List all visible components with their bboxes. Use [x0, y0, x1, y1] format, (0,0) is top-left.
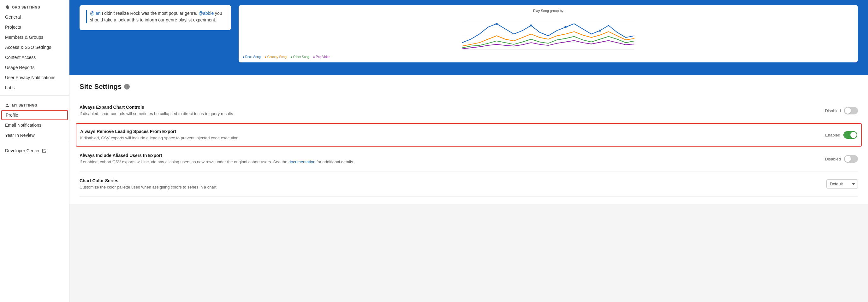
info-icon[interactable]: i: [124, 84, 130, 90]
chart-card: Play Song group by: [239, 5, 858, 62]
hero-section: @Ian I didn't realize Rock was the most …: [69, 0, 868, 75]
setting-control-remove-spaces: Enabled: [825, 131, 857, 139]
setting-title-remove-spaces: Always Remove Leading Spaces From Export: [80, 129, 815, 134]
setting-status-aliased-users: Disabled: [825, 157, 841, 161]
sidebar-item-members-groups[interactable]: Members & Groups: [0, 32, 69, 42]
setting-row-remove-spaces: Always Remove Leading Spaces From Export…: [76, 123, 862, 146]
sidebar-divider-2: [0, 143, 69, 143]
chat-message: @Ian I didn't realize Rock was the most …: [86, 10, 225, 23]
sidebar-item-labs[interactable]: Labs: [0, 82, 69, 93]
setting-desc-remove-spaces: If disabled, CSV exports will include a …: [80, 135, 815, 141]
developer-center-link[interactable]: Developer Center: [0, 146, 69, 156]
mention-ian: @Ian: [90, 11, 101, 16]
setting-control-chart-color: Default Custom Classic: [826, 179, 858, 189]
person-icon: [5, 103, 9, 107]
my-settings-header: MY SETTINGS: [0, 98, 69, 110]
setting-title-chart-color: Chart Color Series: [80, 178, 816, 183]
toggle-remove-spaces[interactable]: [843, 131, 857, 139]
main-content: @Ian I didn't realize Rock was the most …: [69, 0, 868, 302]
settings-section: Site Settings i Always Expand Chart Cont…: [69, 75, 868, 204]
svg-point-8: [599, 30, 601, 32]
toggle-knob-expand-chart: [845, 107, 851, 114]
mention-abbie: @abbie: [198, 11, 214, 16]
sidebar: ORG SETTINGS General Projects Members & …: [0, 0, 69, 302]
setting-status-remove-spaces: Enabled: [825, 133, 840, 137]
gear-icon: [5, 5, 9, 9]
setting-row-aliased-users: Always Include Aliased Users In Export I…: [80, 146, 858, 171]
svg-point-6: [530, 24, 532, 27]
setting-info-expand-chart: Always Expand Chart Controls If disabled…: [80, 105, 825, 116]
chat-card: @Ian I didn't realize Rock was the most …: [80, 5, 231, 30]
setting-title-aliased-users: Always Include Aliased Users In Export: [80, 153, 815, 158]
sidebar-item-profile[interactable]: Profile: [1, 110, 68, 120]
chat-text-1: I didn't realize Rock was the most popul…: [101, 11, 198, 16]
sidebar-divider-1: [0, 95, 69, 96]
toggle-knob-remove-spaces: [850, 132, 857, 138]
page-title: Site Settings i: [80, 82, 858, 91]
org-settings-header: ORG SETTINGS: [0, 0, 69, 12]
sidebar-item-email-notifications[interactable]: Email Notifications: [0, 120, 69, 130]
sidebar-item-access-sso[interactable]: Access & SSO Settings: [0, 42, 69, 52]
documentation-link[interactable]: documentation: [288, 160, 315, 164]
sidebar-item-year-in-review[interactable]: Year In Review: [0, 130, 69, 140]
toggle-knob-aliased-users: [845, 156, 851, 162]
setting-control-expand-chart: Disabled: [825, 107, 858, 114]
setting-desc-chart-color: Customize the color pallette used when a…: [80, 184, 816, 190]
setting-title-expand-chart: Always Expand Chart Controls: [80, 105, 815, 110]
setting-control-aliased-users: Disabled: [825, 155, 858, 163]
chart-svg: [242, 15, 854, 53]
sidebar-item-content-access[interactable]: Content Access: [0, 52, 69, 62]
toggle-expand-chart[interactable]: [844, 107, 858, 114]
setting-row-expand-chart: Always Expand Chart Controls If disabled…: [80, 98, 858, 123]
chart-color-dropdown[interactable]: Default Custom Classic: [826, 179, 858, 189]
setting-info-chart-color: Chart Color Series Customize the color p…: [80, 178, 826, 190]
setting-info-remove-spaces: Always Remove Leading Spaces From Export…: [80, 129, 825, 141]
toggle-aliased-users[interactable]: [844, 155, 858, 163]
svg-point-7: [564, 26, 566, 28]
chart-title: Play Song group by: [242, 9, 854, 12]
setting-desc-aliased-users: If enabled, cohort CSV exports will incl…: [80, 159, 815, 165]
sidebar-item-usage-reports[interactable]: Usage Reports: [0, 62, 69, 72]
setting-info-aliased-users: Always Include Aliased Users In Export I…: [80, 153, 825, 165]
external-link-icon: [42, 149, 46, 153]
sidebar-item-user-privacy[interactable]: User Privacy Notifications: [0, 72, 69, 82]
sidebar-item-general[interactable]: General: [0, 12, 69, 22]
setting-desc-expand-chart: If disabled, chart controls will sometim…: [80, 111, 815, 116]
setting-row-chart-color: Chart Color Series Customize the color p…: [80, 172, 858, 197]
svg-point-5: [496, 23, 498, 25]
sidebar-item-projects[interactable]: Projects: [0, 22, 69, 32]
setting-status-expand-chart: Disabled: [825, 108, 841, 113]
